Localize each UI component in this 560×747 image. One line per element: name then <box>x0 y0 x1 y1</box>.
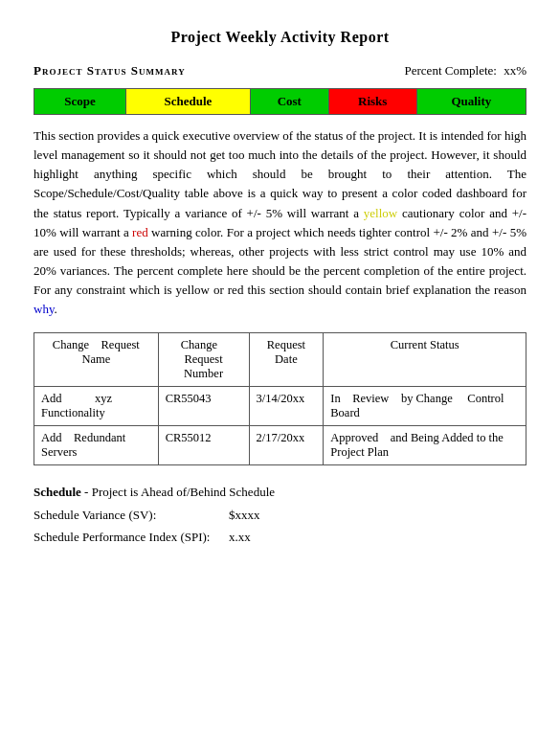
cr-row2-name: Add Redundant Servers <box>34 426 159 465</box>
spi-value: x.xx <box>229 526 251 548</box>
description-paragraph: This section provides a quick executive … <box>34 126 526 319</box>
percent-complete-value: xx% <box>504 63 526 78</box>
cr-header-date: Request Date <box>249 333 324 387</box>
cr-row2-date: 2/17/20xx <box>249 426 324 465</box>
cr-row2-status: Approved and Being Added to the Project … <box>324 426 526 465</box>
schedule-section: Schedule - Project is Ahead of/Behind Sc… <box>34 481 526 548</box>
cr-header-name: Change RequestName <box>34 333 159 387</box>
cr-row1-name: Add xyzFunctionality <box>34 387 159 426</box>
yellow-text: yellow <box>364 206 397 220</box>
change-request-table: Change RequestName Change RequestNumber … <box>34 332 526 465</box>
status-summary-row: Project Status Summary Percent Complete:… <box>34 63 526 79</box>
cr-header-number: Change RequestNumber <box>158 333 249 387</box>
cr-row1-number: CR55043 <box>158 387 249 426</box>
schedule-ahead-behind: - Project is Ahead of/Behind Schedule <box>81 485 275 499</box>
percent-complete-label: Percent Complete: <box>405 63 497 78</box>
status-color-table: Scope Schedule Cost Risks Quality <box>34 88 526 115</box>
cr-row2-number: CR55012 <box>158 426 249 465</box>
cr-row-1: Add xyzFunctionality CR55043 3/14/20xx I… <box>34 387 526 426</box>
percent-complete: Percent Complete: xx% <box>401 63 526 79</box>
status-summary-label: Project Status Summary <box>34 63 186 79</box>
cr-row-2: Add Redundant Servers CR55012 2/17/20xx … <box>34 426 526 465</box>
red-text: red <box>132 225 148 239</box>
schedule-header-line: Schedule - Project is Ahead of/Behind Sc… <box>34 481 526 503</box>
schedule-variance-label: Schedule Variance (SV): <box>34 504 225 526</box>
why-text: why <box>34 302 55 316</box>
quality-cell: Quality <box>416 89 526 115</box>
cr-row1-status: In Review by Change Control Board <box>324 387 526 426</box>
schedule-variance-value: $xxxx <box>229 504 260 526</box>
schedule-spi-line: Schedule Performance Index (SPI): x.xx <box>34 526 526 548</box>
scope-cell: Scope <box>34 89 126 115</box>
spi-label: Schedule Performance Index (SPI): <box>34 526 225 548</box>
schedule-label: Schedule <box>34 485 81 499</box>
report-title: Project Weekly Activity Report <box>34 29 526 46</box>
schedule-cell: Schedule <box>126 89 251 115</box>
cr-row1-date: 3/14/20xx <box>249 387 324 426</box>
schedule-variance-line: Schedule Variance (SV): $xxxx <box>34 504 526 526</box>
cost-cell: Cost <box>250 89 328 115</box>
risks-cell: Risks <box>328 89 416 115</box>
cr-header-status: Current Status <box>324 333 526 387</box>
